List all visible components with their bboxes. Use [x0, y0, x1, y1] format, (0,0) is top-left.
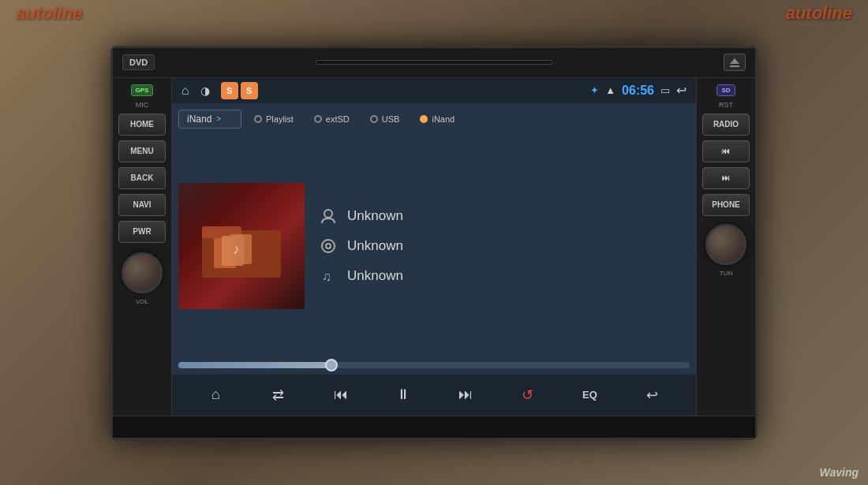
- vol-knob[interactable]: [122, 252, 163, 293]
- android-home-icon[interactable]: ⌂: [181, 84, 189, 98]
- svg-point-8: [326, 244, 331, 248]
- svg-text:♫: ♫: [322, 270, 331, 283]
- screen: ⌂ ◑ S S ✦ ▲ 06:56 ▭ ↩: [172, 78, 696, 416]
- artist-text: Unknown: [347, 208, 403, 224]
- status-right: ✦ ▲ 06:56 ▭ ↩: [590, 83, 687, 98]
- main-body: GPS MIC HOME MENU BACK NAVI PWR VOL ⌂ ◑ …: [113, 78, 755, 416]
- tab-playlist[interactable]: Playlist: [246, 111, 301, 127]
- back-ctrl-icon[interactable]: ↩: [638, 381, 667, 409]
- album-text: Unknown: [347, 238, 403, 254]
- eject-line-icon: [730, 65, 739, 67]
- player-main: ♪ Unknown: [178, 136, 690, 356]
- tab-extsd-label: extSD: [326, 114, 350, 124]
- next-track-button[interactable]: ⏭: [451, 381, 480, 409]
- tab-usb[interactable]: USB: [362, 111, 408, 127]
- play-pause-button[interactable]: ⏸: [389, 381, 417, 409]
- watermark: Waving: [819, 466, 859, 479]
- ss-badges: S S: [221, 82, 258, 99]
- svg-text:♪: ♪: [233, 241, 240, 257]
- album-art: ♪: [178, 183, 305, 309]
- tab-playlist-label: Playlist: [266, 114, 294, 124]
- status-left: ⌂ ◑ S S: [181, 82, 258, 99]
- progress-fill: [178, 362, 331, 368]
- brand-right: autoline: [786, 3, 852, 24]
- pwr-button[interactable]: PWR: [118, 221, 166, 243]
- playlist-dot: [254, 115, 262, 123]
- rst-label: RST: [719, 101, 733, 109]
- track-info: Unknown Unknown: [317, 205, 690, 287]
- album-icon: [317, 235, 339, 257]
- skip-fwd-button[interactable]: ⏭: [702, 167, 750, 189]
- title-row: ♫ Unknown: [317, 265, 690, 287]
- tab-extsd[interactable]: extSD: [306, 111, 357, 127]
- progress-bar[interactable]: [178, 362, 690, 368]
- brightness-icon[interactable]: ◑: [200, 84, 210, 97]
- bluetooth-icon: ✦: [590, 84, 599, 96]
- eq-button[interactable]: EQ: [576, 381, 604, 409]
- artist-row: Unknown: [317, 205, 690, 227]
- usb-dot: [370, 115, 378, 123]
- gps-badge: GPS: [131, 84, 154, 96]
- back-button[interactable]: BACK: [118, 167, 166, 189]
- time-display: 06:56: [622, 84, 654, 98]
- music-note-icon: ♫: [317, 265, 339, 287]
- progress-thumb[interactable]: [325, 359, 338, 371]
- svg-point-7: [322, 240, 335, 252]
- skip-back-button[interactable]: ⏮: [702, 140, 750, 162]
- wifi-icon: ▲: [605, 84, 615, 96]
- source-selector[interactable]: iNand >: [178, 110, 241, 129]
- tab-inand[interactable]: iNand: [412, 111, 462, 127]
- eject-button[interactable]: [724, 54, 746, 71]
- car-unit: DVD GPS MIC HOME MENU BACK NAVI PWR VOL …: [110, 46, 758, 440]
- player-controls: ⌂ ⇄ ⏮ ⏸ ⏭ ↺ EQ ↩: [172, 375, 696, 416]
- top-strip: DVD: [113, 48, 755, 78]
- tab-inand-label: iNand: [432, 114, 455, 124]
- selector-arrow-icon: >: [216, 114, 221, 123]
- bottom-strip: [113, 416, 755, 438]
- title-text: Unknown: [347, 268, 403, 284]
- vol-label: VOL: [136, 298, 148, 305]
- source-selector-label: iNand: [187, 114, 211, 125]
- prev-track-button[interactable]: ⏮: [327, 381, 355, 409]
- inand-dot: [420, 115, 428, 123]
- phone-button[interactable]: PHONE: [702, 194, 750, 216]
- repeat-button[interactable]: ↺: [514, 381, 542, 409]
- player-content: iNand > Playlist extSD USB: [172, 103, 696, 375]
- menu-button[interactable]: MENU: [118, 140, 166, 162]
- tab-usb-label: USB: [382, 114, 400, 124]
- source-tabs: iNand > Playlist extSD USB: [178, 110, 690, 129]
- navi-button[interactable]: NAVI: [118, 194, 166, 216]
- left-panel: GPS MIC HOME MENU BACK NAVI PWR VOL: [113, 78, 172, 416]
- tun-knob[interactable]: [705, 224, 746, 265]
- screen-icon: ▭: [660, 84, 670, 96]
- home-button[interactable]: HOME: [118, 114, 166, 136]
- ss-badge-2[interactable]: S: [241, 82, 258, 99]
- nav-back-icon[interactable]: ↩: [676, 83, 687, 98]
- shuffle-button[interactable]: ⇄: [264, 381, 293, 409]
- dvd-slot: [316, 60, 552, 65]
- artist-icon: [317, 205, 339, 227]
- sd-badge: SD: [716, 84, 735, 96]
- brand-left: autoline: [16, 3, 82, 24]
- extsd-dot: [314, 115, 322, 123]
- ss-badge-1[interactable]: S: [221, 82, 238, 99]
- android-home-ctrl-icon[interactable]: ⌂: [202, 381, 230, 409]
- radio-button[interactable]: RADIO: [702, 114, 750, 136]
- dvd-label: DVD: [122, 54, 155, 70]
- eject-triangle-icon: [730, 58, 739, 64]
- mic-label: MIC: [136, 101, 149, 109]
- folder-icon: ♪: [198, 211, 285, 282]
- svg-point-6: [324, 210, 332, 218]
- album-row: Unknown: [317, 235, 690, 257]
- album-art-inner: ♪: [178, 183, 305, 309]
- brand-header: autoline autoline: [0, 3, 868, 24]
- right-panel: SD RST RADIO ⏮ ⏭ PHONE TUN: [696, 78, 755, 416]
- status-bar: ⌂ ◑ S S ✦ ▲ 06:56 ▭ ↩: [172, 78, 696, 103]
- tun-label: TUN: [720, 270, 732, 277]
